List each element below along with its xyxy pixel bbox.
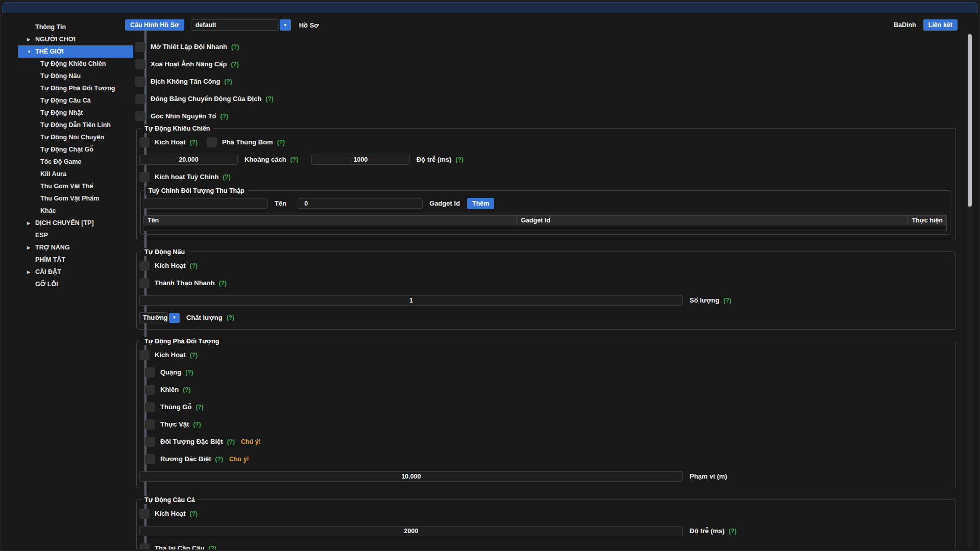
checkbox-tha-lai-can-cau[interactable] [139,543,150,550]
help-hint-icon[interactable]: (?) [227,314,234,321]
sidebar-item-tu-dong-nhat[interactable]: Tự Động Nhặt [18,107,133,119]
help-hint-icon[interactable]: (?) [224,78,232,85]
checkbox-kich-hoat-tuy-chinh[interactable] [139,172,150,182]
help-hint-icon[interactable]: (?) [209,545,216,550]
sidebar-item-label: Tự Động Câu Cá [40,97,91,104]
help-hint-icon[interactable]: (?) [231,43,239,51]
help-hint-icon[interactable]: (?) [223,173,230,181]
help-hint-icon[interactable]: (?) [231,61,239,68]
sidebar-item-phim-tat[interactable]: PHÍM TẮT [18,254,133,266]
chevron-right-icon: ▶ [27,221,35,226]
sidebar-item-esp[interactable]: ESP [18,229,133,241]
help-hint-icon[interactable]: (?) [215,456,223,463]
profile-config-button[interactable]: Cấu Hình Hồ Sơ [125,19,184,31]
sidebar-item-tu-dong-pha-doi-tuong[interactable]: Tự Động Phá Đối Tượng [18,82,133,94]
toggle-label: Đối Tượng Đặc Biệt [160,438,223,445]
help-hint-icon[interactable]: (?) [723,297,731,304]
sidebar-item-label: PHÍM TẮT [35,256,65,263]
warning-label: Chú ý! [229,456,249,463]
main-content: Mở Thiết Lập Đội Nhanh (?) Xoá Hoạt Ảnh … [135,33,956,549]
gadget-id-input[interactable] [298,198,423,209]
help-hint-icon[interactable]: (?) [190,139,198,146]
sidebar-item-label: Tự Động Khiêu Chiến [40,60,106,67]
checkbox-quang[interactable] [145,367,155,378]
chevron-down-icon[interactable]: ▼ [169,313,180,323]
khoang-cach-input[interactable] [139,155,238,165]
help-hint-icon[interactable]: (?) [220,113,228,120]
sidebar-item-dich-chuyen-tp[interactable]: ▶DỊCH CHUYỂN [TP] [18,217,133,229]
checkbox-dong-bang-chuyen-dong[interactable] [135,94,145,104]
sidebar-item-tro-nang[interactable]: ▶TRỢ NĂNG [18,241,133,254]
checkbox-thuc-vat[interactable] [145,419,155,430]
checkbox-pha-thung-bom[interactable] [207,137,217,147]
group-title: Tự Động Khiêu Chiến [141,124,213,133]
link-button[interactable]: Liên kết [923,19,958,31]
help-hint-icon[interactable]: (?) [265,95,273,103]
help-hint-icon[interactable]: (?) [729,528,737,535]
sidebar-item-thu-gom-vat-pham[interactable]: Thu Gom Vật Phẩm [18,192,133,205]
sidebar-item-tu-dong-khieu-chien[interactable]: Tự Động Khiêu Chiến [18,58,133,70]
checkbox-xoa-hoat-anh-nang-cap[interactable] [135,59,145,69]
scrollbar-thumb[interactable] [968,34,972,207]
help-hint-icon[interactable]: (?) [193,421,201,428]
main-scrollbar[interactable] [967,33,972,548]
sidebar-item-label: Tốc Độ Game [40,158,82,165]
them-button[interactable]: Thêm [467,198,494,209]
help-hint-icon[interactable]: (?) [190,262,198,269]
pham-vi-input[interactable] [139,471,683,482]
sidebar-item-thu-gom-vat-the[interactable]: Thu Gom Vật Thể [18,180,133,192]
sidebar-item-kill-aura[interactable]: Kill Aura [18,168,133,180]
group-title: Tự Động Nấu [141,248,188,256]
help-hint-icon[interactable]: (?) [456,156,463,163]
profile-select-value[interactable]: default [191,19,279,31]
ten-input[interactable] [143,198,268,209]
sidebar-item-khac[interactable]: Khác [18,205,133,217]
checkbox-goc-nhin-nguyen-to[interactable] [135,111,145,121]
checkbox-kich-hoat[interactable] [139,137,150,147]
sidebar-item-nguoi-choi[interactable]: ▶NGƯỜI CHƠI [18,33,133,45]
sidebar-item-cai-dat[interactable]: ▶CÀI ĐẶT [18,266,133,278]
do-tre-input[interactable] [311,155,410,165]
do-tre-cau-ca-input[interactable] [139,526,683,536]
so-luong-input[interactable] [139,295,683,306]
chat-luong-select[interactable]: Thường ▼ [139,312,180,323]
toggle-label: Kích Hoạt [155,138,186,146]
checkbox-kich-hoat[interactable] [139,261,150,271]
help-hint-icon[interactable]: (?) [195,404,203,411]
checkbox-dich-khong-tan-cong[interactable] [135,77,145,87]
chevron-down-icon[interactable]: ▼ [280,19,291,31]
checkbox-khien[interactable] [145,385,155,395]
field-label: Chất lượng [186,314,223,321]
sidebar-item-label: Tự Động Phá Đối Tượng [40,85,115,92]
help-hint-icon[interactable]: (?) [227,438,235,445]
sidebar-item-tu-dong-dan-tien-linh[interactable]: Tự Động Dẫn Tiên Linh [18,119,133,131]
help-hint-icon[interactable]: (?) [190,352,198,359]
profile-select[interactable]: default ▼ [191,19,291,31]
sidebar-item-tu-dong-noi-chuyen[interactable]: Tự Động Nói Chuyện [18,131,133,143]
help-hint-icon[interactable]: (?) [190,510,198,517]
help-hint-icon[interactable]: (?) [290,156,298,163]
sidebar-item-tu-dong-chat-go[interactable]: Tự Động Chặt Gỗ [18,143,133,156]
toggle-row: Địch Không Tấn Công (?) [135,76,956,87]
sidebar-item-go-loi[interactable]: GỠ LỖI [18,278,133,290]
toggle-label: Quặng [160,368,181,376]
chat-luong-select-value[interactable]: Thường [139,312,168,323]
checkbox-kich-hoat[interactable] [139,509,150,519]
checkbox-thung-go[interactable] [145,402,155,412]
input-row: Tên Gadget Id Thêm [143,198,947,209]
checkbox-mo-thiet-lap-doi-nhanh[interactable] [135,42,145,52]
checkbox-kich-hoat[interactable] [139,350,150,360]
checkbox-thanh-thao-nhanh[interactable] [139,278,150,288]
sidebar-item-thong-tin[interactable]: Thông Tin [18,21,133,33]
help-hint-icon[interactable]: (?) [183,386,190,393]
checkbox-doi-tuong-dac-biet[interactable] [145,437,155,447]
checkbox-ruong-dac-biet[interactable] [145,454,155,464]
sidebar-item-toc-do-game[interactable]: Tốc Độ Game [18,156,133,168]
help-hint-icon[interactable]: (?) [277,139,285,146]
help-hint-icon[interactable]: (?) [219,280,227,287]
sidebar-item-tu-dong-cau-ca[interactable]: Tự Động Câu Cá [18,94,133,107]
sidebar-item-the-gioi[interactable]: ▼THẾ GIỚI [18,45,133,58]
sidebar-item-tu-dong-nau[interactable]: Tự Động Nấu [18,70,133,82]
sidebar-item-label: ESP [35,232,48,239]
help-hint-icon[interactable]: (?) [185,369,193,376]
